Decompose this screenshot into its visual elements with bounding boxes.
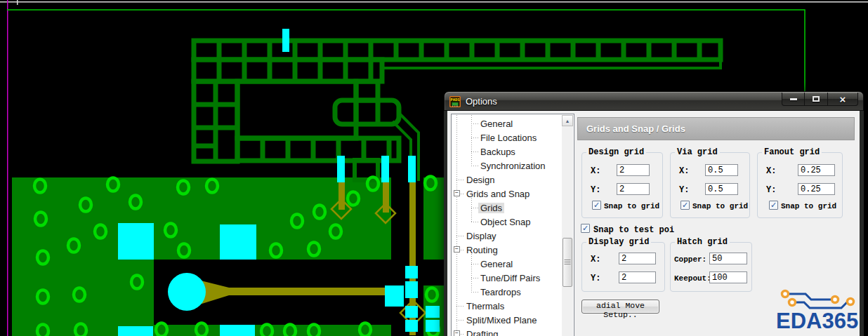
hatch-keepout-input[interactable] xyxy=(709,271,747,283)
tree-item-general[interactable]: General xyxy=(452,257,561,271)
tree-item-label: Tune/Diff Pairs xyxy=(480,273,540,283)
display-grid-x-input[interactable] xyxy=(619,253,656,264)
via-grid-x-input[interactable] xyxy=(705,164,738,176)
minimize-icon xyxy=(790,98,797,100)
collapse-icon[interactable]: − xyxy=(454,190,460,196)
design-grid-y-input[interactable] xyxy=(617,183,650,195)
group-title: Via grid xyxy=(675,147,720,157)
tree-item-teardrops[interactable]: Teardrops xyxy=(452,285,561,299)
tree-branch-line xyxy=(471,292,480,293)
tree-branch-line xyxy=(471,222,480,222)
y-label: Y: xyxy=(679,185,689,195)
fanout-grid-x-input[interactable] xyxy=(798,164,835,176)
tree-scrollbar[interactable]: ▲ xyxy=(562,115,573,336)
tree-item-label: Backups xyxy=(480,147,515,157)
scrollbar-thumb[interactable] xyxy=(563,238,572,287)
maximize-icon xyxy=(813,96,820,102)
tree-item-label: Design xyxy=(466,175,494,185)
window-controls: × xyxy=(782,93,858,106)
eda365-logo-text: EDA365 xyxy=(776,310,858,332)
tree-item-drafting[interactable]: −Drafting xyxy=(452,327,561,336)
tree-item-grids-and-snap[interactable]: −Grids and Snap xyxy=(452,187,561,201)
tree-item-object-snap[interactable]: Object Snap xyxy=(452,215,561,229)
fanout-grid-group: Fanout grid X: Y: ✓ Snap to grid xyxy=(757,152,843,218)
snap-label: Snap to grid xyxy=(781,202,836,210)
tree-item-split-mixed-plane[interactable]: Split/Mixed Plane xyxy=(452,313,561,327)
tree-branch-line xyxy=(471,166,480,166)
tree-item-general[interactable]: General xyxy=(452,116,561,130)
up-arrow-icon: ▲ xyxy=(565,119,570,123)
hatch-copper-input[interactable] xyxy=(709,253,747,264)
options-category-tree: GeneralFile LocationsBackupsSynchronizat… xyxy=(451,114,574,336)
panel-header: Grids and Snap / Grids xyxy=(577,117,855,140)
tree-items: GeneralFile LocationsBackupsSynchronizat… xyxy=(452,115,561,336)
tree-item-label: Thermals xyxy=(466,301,504,311)
group-title: Hatch grid xyxy=(675,237,730,247)
check-icon: ✓ xyxy=(582,224,588,233)
y-label: Y: xyxy=(591,185,600,195)
dialog-titlebar[interactable]: PADS Options × xyxy=(444,91,864,111)
tree-branch-line xyxy=(471,123,480,124)
radial-move-setup-button[interactable]: adial Move Setup.. xyxy=(581,300,659,314)
pads-app-icon: PADS xyxy=(449,96,461,107)
minimize-button[interactable] xyxy=(782,93,805,106)
scroll-up-button[interactable]: ▲ xyxy=(562,115,573,126)
via-grid-y-input[interactable] xyxy=(705,183,738,195)
check-icon: ✓ xyxy=(593,201,600,210)
fanout-grid-y-input[interactable] xyxy=(798,183,835,195)
thumb-grip-icon xyxy=(565,260,571,265)
tree-item-label: Teardrops xyxy=(480,287,521,297)
snap-test-point-label: Snap to test point g xyxy=(593,225,674,235)
design-snap-checkbox[interactable]: ✓ xyxy=(592,201,601,210)
tree-item-thermals[interactable]: Thermals xyxy=(452,299,561,313)
tree-item-label: Drafting xyxy=(466,329,499,336)
group-title: Design grid xyxy=(586,147,646,157)
tree-branch-line xyxy=(456,180,465,180)
design-grid-x-input[interactable] xyxy=(617,164,650,176)
x-label: X: xyxy=(766,166,776,176)
tree-item-tune-diff-pairs[interactable]: Tune/Diff Pairs xyxy=(452,271,561,285)
tree-item-grids[interactable]: Grids xyxy=(452,201,561,215)
collapse-icon[interactable]: − xyxy=(454,330,460,336)
tree-branch-line xyxy=(461,194,465,194)
svg-text:PADS: PADS xyxy=(450,98,459,102)
tree-item-display[interactable]: Display xyxy=(452,229,561,243)
design-grid-group: Design grid X: Y: ✓ Snap to grid xyxy=(581,152,663,218)
tree-item-design[interactable]: Design xyxy=(452,173,561,187)
x-label: X: xyxy=(591,166,600,176)
tree-item-label: Display xyxy=(466,231,497,241)
tree-item-label: Routing xyxy=(466,245,498,255)
ruler-line xyxy=(0,1,868,3)
guide-line xyxy=(7,0,8,336)
maximize-button[interactable] xyxy=(805,93,828,106)
tree-branch-line xyxy=(456,306,465,307)
tree-branch-line xyxy=(456,320,465,321)
collapse-icon[interactable]: − xyxy=(454,246,460,253)
copper-label: Copper: xyxy=(674,255,706,264)
snap-label: Snap to grid xyxy=(604,202,659,210)
display-grid-y-input[interactable] xyxy=(619,271,656,283)
tree-item-label: General xyxy=(480,259,513,269)
close-button[interactable]: × xyxy=(828,93,858,106)
tree-item-file-locations[interactable]: File Locations xyxy=(452,130,561,145)
fanout-snap-checkbox[interactable]: ✓ xyxy=(769,201,778,210)
snap-test-point-checkbox[interactable]: ✓ xyxy=(581,224,590,233)
tree-branch-line xyxy=(461,250,465,250)
circuit-trace-icon xyxy=(772,285,868,310)
tree-item-routing[interactable]: −Routing xyxy=(452,243,561,257)
tree-item-label: File Locations xyxy=(480,133,537,143)
eda365-watermark: EDA365 xyxy=(772,285,868,336)
tree-branch-line xyxy=(461,334,465,335)
hatch-grid-group: Hatch grid Copper: Keepout: xyxy=(670,242,752,292)
tree-item-label: Split/Mixed Plane xyxy=(466,315,537,325)
keepout-label: Keepout: xyxy=(674,274,711,283)
group-title: Display grid xyxy=(586,237,651,247)
via-snap-checkbox[interactable]: ✓ xyxy=(680,201,690,210)
tree-branch-line xyxy=(471,278,480,278)
tree-item-label: Synchronization xyxy=(480,161,546,171)
ruler-tick xyxy=(17,0,18,5)
tree-branch-line xyxy=(471,264,480,264)
tree-item-backups[interactable]: Backups xyxy=(452,145,561,159)
via-grid-group: Via grid X: Y: ✓ Snap to grid xyxy=(670,152,750,218)
tree-item-synchronization[interactable]: Synchronization xyxy=(452,159,561,173)
